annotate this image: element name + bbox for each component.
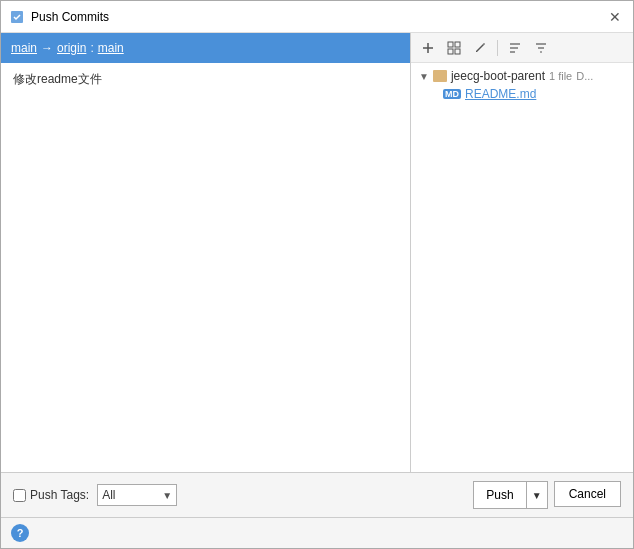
main-content: main → origin : main 修改readme文件 bbox=[1, 33, 633, 472]
help-button[interactable]: ? bbox=[11, 524, 29, 542]
chevron-down-icon: ▼ bbox=[419, 71, 429, 82]
svg-rect-4 bbox=[455, 42, 460, 47]
cancel-button[interactable]: Cancel bbox=[554, 481, 621, 507]
md-badge: MD bbox=[443, 89, 461, 99]
dialog-title: Push Commits bbox=[31, 10, 605, 24]
grid-button[interactable] bbox=[443, 37, 465, 59]
bottom-bar: Push Tags: All ▼ Push ▼ Cancel bbox=[1, 472, 633, 517]
action-buttons: Push ▼ Cancel bbox=[473, 481, 621, 509]
right-toolbar bbox=[411, 33, 633, 63]
push-tags-checkbox[interactable] bbox=[13, 489, 26, 502]
chevron-down-icon: ▼ bbox=[162, 490, 172, 501]
sort-button[interactable] bbox=[504, 37, 526, 59]
branch-arrow: → bbox=[41, 41, 53, 55]
file-count: 1 file bbox=[549, 70, 572, 82]
title-bar: Push Commits ✕ bbox=[1, 1, 633, 33]
push-dropdown-button[interactable]: ▼ bbox=[527, 482, 547, 508]
list-item[interactable]: 修改readme文件 bbox=[1, 67, 410, 92]
remote-branch-link[interactable]: main bbox=[98, 41, 124, 55]
add-button[interactable] bbox=[417, 37, 439, 59]
svg-rect-3 bbox=[448, 42, 453, 47]
push-button-group: Push ▼ bbox=[473, 481, 547, 509]
readme-file[interactable]: README.md bbox=[465, 87, 536, 101]
filter-button[interactable] bbox=[530, 37, 552, 59]
file-extra: D... bbox=[576, 70, 593, 82]
svg-rect-5 bbox=[448, 49, 453, 54]
tree-root-item[interactable]: ▼ jeecg-boot-parent 1 file D... bbox=[411, 67, 633, 85]
remote-link[interactable]: origin bbox=[57, 41, 86, 55]
right-panel: ▼ jeecg-boot-parent 1 file D... MD READM… bbox=[411, 33, 633, 472]
push-tags-label: Push Tags: bbox=[30, 488, 89, 502]
commits-list: 修改readme文件 bbox=[1, 63, 410, 472]
separator bbox=[497, 40, 498, 56]
local-branch-link[interactable]: main bbox=[11, 41, 37, 55]
footer-bar: ? bbox=[1, 517, 633, 548]
branch-separator: : bbox=[90, 41, 93, 55]
branch-bar: main → origin : main bbox=[1, 33, 410, 63]
folder-icon bbox=[433, 70, 447, 82]
left-panel: main → origin : main 修改readme文件 bbox=[1, 33, 411, 472]
file-tree: ▼ jeecg-boot-parent 1 file D... MD READM… bbox=[411, 63, 633, 472]
tags-dropdown-value: All bbox=[102, 488, 162, 502]
tree-child-item[interactable]: MD README.md bbox=[411, 85, 633, 103]
push-commits-dialog: Push Commits ✕ main → origin : main 修改re… bbox=[0, 0, 634, 549]
close-button[interactable]: ✕ bbox=[605, 7, 625, 27]
push-tags-option: Push Tags: bbox=[13, 488, 89, 502]
root-folder-name: jeecg-boot-parent bbox=[451, 69, 545, 83]
svg-rect-6 bbox=[455, 49, 460, 54]
push-button[interactable]: Push bbox=[474, 482, 526, 508]
edit-button[interactable] bbox=[469, 37, 491, 59]
tags-dropdown[interactable]: All ▼ bbox=[97, 484, 177, 506]
dialog-icon bbox=[9, 9, 25, 25]
